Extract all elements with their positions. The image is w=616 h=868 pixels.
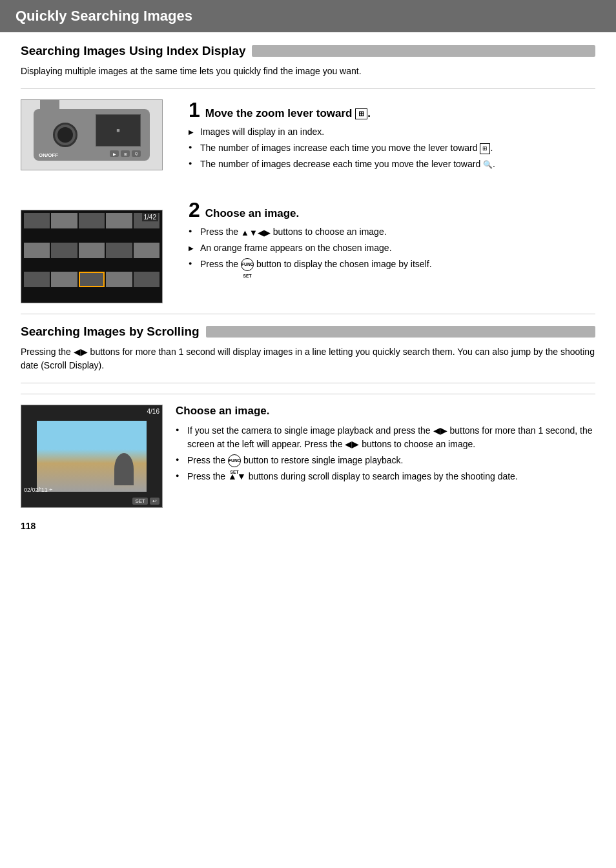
camera-label: ON/OFF (39, 152, 58, 158)
camera-icons: ▶ ⊞ Q (110, 150, 141, 157)
page-content: Searching Images Using Index Display Dis… (0, 44, 616, 552)
title-bar: Quickly Searching Images (0, 0, 616, 32)
scroll-bullet1: If you set the camera to single image pl… (176, 423, 595, 452)
camera-image: ■ ON/OFF ▶ ⊞ Q (21, 99, 163, 170)
index-cell-2 (51, 213, 77, 228)
index-cell-7 (51, 243, 77, 258)
index-cell-11 (24, 272, 50, 287)
step1-bullet3: The number of images decrease each time … (189, 156, 595, 172)
scroll-display: 4/16 02/02/'11 ÷ SET ↩ (21, 405, 162, 507)
index-cell-3 (79, 213, 105, 228)
step2-bullet1: Press the ▲▼◀▶ buttons to choose an imag… (189, 224, 595, 240)
scroll-bullet3: Press the ▲▼ buttons during scroll displ… (176, 469, 595, 485)
scroll-bullets: If you set the camera to single image pl… (176, 423, 595, 485)
step2-text-col: 2 Choose an image. Press the ▲▼◀▶ button… (189, 199, 595, 303)
step2-bullet3: Press the FUNCSET button to display the … (189, 256, 595, 272)
zoom-in-icon: ⊞ (480, 143, 490, 155)
index-cell-12 (51, 272, 77, 287)
step1-container: ■ ON/OFF ▶ ⊞ Q 1 Move the zoom lever tow… (21, 88, 595, 184)
func-set-icon2: FUNCSET (228, 454, 241, 467)
scroll-section: 4/16 02/02/'11 ÷ SET ↩ Choose an image. … (21, 394, 595, 508)
section2-description: Pressing the ◀▶ buttons for more than 1 … (21, 345, 595, 372)
step2-number: 2 (189, 199, 200, 220)
step1-number-title: 1 Move the zoom lever toward ⊞. (189, 99, 595, 120)
scroll-set-btn: SET (132, 498, 148, 505)
index-counter: 1/42 (142, 213, 158, 221)
section1-heading: Searching Images Using Index Display (21, 44, 595, 58)
section1-description: Displaying multiple images at the same t… (21, 65, 595, 78)
screen-display: ■ (116, 127, 119, 134)
camera-top (40, 99, 59, 109)
lr-arrows-inline: ◀▶ (74, 347, 88, 357)
index-zoom-icon: ⊞ (355, 108, 367, 119)
index-cell-9 (106, 243, 132, 258)
section-divider (21, 314, 595, 314)
step2-bullets: Press the ▲▼◀▶ buttons to choose an imag… (189, 224, 595, 272)
section2-heading-bar (206, 326, 595, 338)
step1-image-col: ■ ON/OFF ▶ ⊞ Q (21, 99, 176, 184)
index-cell-6 (24, 243, 50, 258)
cam-icon1: ▶ (110, 150, 119, 157)
step1-block: 1 Move the zoom lever toward ⊞. Images w… (189, 99, 595, 172)
camera-lens (53, 123, 77, 147)
index-cell-1 (24, 213, 50, 228)
section2-heading: Searching Images by Scrolling (21, 325, 595, 339)
page-title: Quickly Searching Images (15, 8, 601, 25)
step1-bullet1: Images will display in an index. (189, 124, 595, 140)
step2-bullet2: An orange frame appears on the chosen im… (189, 240, 595, 256)
camera-body: ■ ON/OFF ▶ ⊞ Q (34, 109, 150, 161)
index-grid (21, 210, 162, 303)
index-cell-8 (79, 243, 105, 258)
camera-lens-inner (57, 127, 73, 143)
scroll-text-col: Choose an image. If you set the camera t… (176, 405, 595, 508)
ud-arrows-icon: ▲▼ (228, 471, 246, 481)
scroll-counter: 4/16 (147, 408, 159, 415)
scroll-action-buttons: SET ↩ (132, 498, 159, 505)
step2-title: Choose an image. (205, 207, 299, 220)
index-grid-image: 1/42 (21, 210, 163, 303)
section2-divider (21, 383, 595, 383)
scroll-beach-scene (37, 421, 147, 492)
scroll-bullet2: Press the FUNCSET button to restore sing… (176, 452, 595, 469)
cam-icon2: ⊞ (121, 150, 130, 157)
choose-image-title: Choose an image. (176, 405, 595, 418)
arrow-keys-icon: ▲▼◀▶ (241, 227, 271, 239)
scroll-image-col: 4/16 02/02/'11 ÷ SET ↩ (21, 405, 163, 508)
scroll-image: 4/16 02/02/'11 ÷ SET ↩ (21, 405, 163, 508)
scroll-back-btn: ↩ (150, 498, 159, 505)
section1-heading-bar (252, 45, 595, 57)
cam-icon3: Q (132, 150, 141, 157)
scroll-person-figure (114, 453, 134, 485)
section2-title: Searching Images by Scrolling (21, 325, 200, 339)
step1-title: Move the zoom lever toward ⊞. (205, 107, 371, 120)
step2-number-title: 2 Choose an image. (189, 199, 595, 220)
index-cell-15 (134, 272, 159, 287)
index-cell-10 (134, 243, 159, 258)
index-cell-4 (106, 213, 132, 228)
index-cell-14 (106, 272, 132, 287)
page-number: 118 (21, 521, 595, 531)
camera-screen: ■ (96, 114, 141, 146)
index-cell-13-highlighted (79, 272, 105, 287)
step1-bullets: Images will display in an index. The num… (189, 124, 595, 172)
step1-text-col: 1 Move the zoom lever toward ⊞. Images w… (189, 99, 595, 184)
step1-bullet2: The number of images increase each time … (189, 140, 595, 156)
scroll-date: 02/02/'11 ÷ (24, 487, 52, 493)
lr-arrows-3: ◀▶ (345, 439, 359, 449)
func-set-button-icon: FUNCSET (241, 258, 254, 271)
step2-block: 2 Choose an image. Press the ▲▼◀▶ button… (189, 199, 595, 272)
step1-number: 1 (189, 99, 200, 120)
scroll-main-photo (37, 421, 147, 492)
lr-arrows-2: ◀▶ (433, 425, 447, 436)
zoom-out-icon: 🔍 (483, 160, 493, 169)
step2-image-col: 1/42 (21, 199, 176, 303)
step2-container: 1/42 2 Choose an image. Press the ▲▼◀▶ b… (21, 189, 595, 303)
section1-title: Searching Images Using Index Display (21, 44, 245, 58)
